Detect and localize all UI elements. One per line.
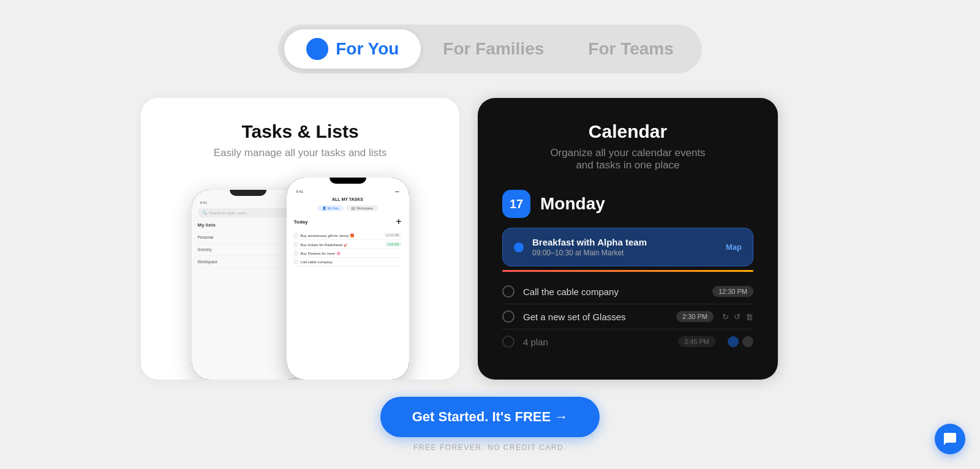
workspace-icon: 🏢 <box>351 206 355 210</box>
task-badge-2: 2:00 PM <box>385 242 402 247</box>
my-lists-title: My lists <box>198 222 216 228</box>
all-tasks-header: ALL MY TASKS <box>294 197 402 201</box>
tasks-card-title: Tasks & Lists <box>241 121 358 142</box>
task-checkbox-1[interactable] <box>294 233 298 238</box>
repeat-icon: ↻ <box>722 312 729 321</box>
tasks-lists-card: Tasks & Lists Easily manage all your tas… <box>141 98 459 380</box>
task-text-3: Buy Flowers for mom 🌸 <box>301 251 341 255</box>
list-item: Grocery <box>198 244 299 256</box>
phone-notch-right <box>330 178 366 184</box>
event-time-1: 09:00–10:30 at Main Market <box>532 249 717 257</box>
list-item-personal: Personal <box>198 235 214 239</box>
phone-icons-right: ▪▪▪ <box>395 190 399 193</box>
task-label-1: Call the cable company <box>523 287 704 297</box>
phone-right: 9:41 ▪▪▪ ALL MY TASKS 👤 My lists 🏢 Works… <box>287 178 409 380</box>
task-row-2: Buy tickets for Radiohead 🎸 2:00 PM <box>294 240 402 249</box>
task-row-3: Buy Flowers for mom 🌸 <box>294 249 402 258</box>
list-item-grocery: Grocery <box>198 247 212 252</box>
calendar-task-more: 4 plan 3:45 PM <box>502 329 753 354</box>
my-icon: 👤 <box>322 206 326 210</box>
calendar-card-title: Calendar <box>502 121 753 142</box>
calendar-card: Calendar Organize all your calendar even… <box>478 98 778 380</box>
list-item: Workspace <box>198 256 299 268</box>
task-text-4: Call cable company <box>301 260 333 264</box>
task-circle-more <box>502 336 514 348</box>
tab-for-teams[interactable]: For Teams <box>566 31 696 67</box>
tasks-card-subtitle: Easily manage all your tasks and lists <box>214 147 387 159</box>
calendar-event-1: Breakfast with Alpha team 09:00–10:30 at… <box>502 228 753 266</box>
task-label-2: Get a new set of Glasses <box>523 312 668 322</box>
calendar-task-1: Call the cable company 12:30 PM <box>502 279 753 304</box>
delete-icon: 🗑 <box>745 312 753 321</box>
cta-section: Get Started. It's FREE → FREE FOREVER. N… <box>380 397 600 452</box>
task-time-badge-2: 2:30 PM <box>676 311 714 322</box>
task-time-badge-more: 3:45 PM <box>678 336 715 347</box>
phone-right-inner: 9:41 ▪▪▪ ALL MY TASKS 👤 My lists 🏢 Works… <box>287 178 409 380</box>
task-circle-2 <box>502 310 514 323</box>
cta-sub-label: FREE FOREVER. NO CREDIT CARD. <box>413 443 567 452</box>
event-info: Breakfast with Alpha team 09:00–10:30 at… <box>532 237 717 257</box>
workspace-tab-label: Workspace <box>356 206 373 210</box>
avatar-blue <box>728 336 739 347</box>
task-checkbox-2[interactable] <box>294 242 298 247</box>
main-content: Tasks & Lists Easily manage all your tas… <box>141 98 839 380</box>
phones-container: 9:41 ▪▪▪ 🔍 Search for tasks, even... My … <box>165 178 435 380</box>
phone-status-left: 9:41 ▪▪▪ <box>198 201 299 204</box>
phone-time-right: 9:41 <box>296 190 304 193</box>
phone-status-right: 9:41 ▪▪▪ <box>294 190 402 193</box>
phone-notch-left <box>230 190 266 196</box>
event-dot-icon <box>514 242 524 252</box>
workspace-tab[interactable]: 🏢 Workspace <box>346 205 378 211</box>
calendar-task-2: Get a new set of Glasses 2:30 PM ↻ ↺ 🗑 <box>502 304 753 329</box>
my-lists-tab[interactable]: 👤 My lists <box>317 205 344 211</box>
today-header: Today + <box>294 216 402 227</box>
event-map-link[interactable]: Map <box>726 242 742 252</box>
chat-icon <box>943 432 957 446</box>
task-row-4: Call cable company <box>294 258 402 266</box>
task-checkbox-3[interactable] <box>294 251 298 255</box>
event-title-1: Breakfast with Alpha team <box>532 237 717 247</box>
tab-dot-icon <box>306 38 328 60</box>
all-tasks-tabs: 👤 My lists 🏢 Workspace <box>294 205 402 211</box>
tab-for-teams-label: For Teams <box>588 39 674 59</box>
get-started-button[interactable]: Get Started. It's FREE → <box>380 397 600 437</box>
day-number: 17 <box>502 190 530 218</box>
list-item: Personal <box>198 231 299 244</box>
task-label-more: 4 plan <box>523 337 669 347</box>
tab-for-you-label: For You <box>336 39 399 59</box>
phone-time-left: 9:41 <box>200 201 208 204</box>
task-checkbox-4[interactable] <box>294 260 298 264</box>
reschedule-icon: ↺ <box>734 312 741 321</box>
search-icon-left: 🔍 <box>203 211 207 215</box>
progress-bar <box>502 270 753 272</box>
tab-selector: For You For Families For Teams <box>278 24 702 73</box>
calendar-day: 17 Monday <box>502 190 753 218</box>
list-item-workspace: Workspace <box>198 260 217 264</box>
tab-for-you[interactable]: For You <box>284 29 421 69</box>
add-task-icon[interactable]: + <box>396 216 401 227</box>
day-name: Monday <box>540 194 605 214</box>
task-text-1: Buy anniversary gift for Jenny 🎁 <box>301 233 355 238</box>
task-row-1: Buy anniversary gift for Jenny 🎁 11:15 A… <box>294 231 402 240</box>
my-lists-header: My lists 🔒 <box>198 222 299 228</box>
task-time-badge-1: 12:30 PM <box>712 286 753 297</box>
task-action-icons: ↻ ↺ 🗑 <box>722 312 753 321</box>
my-lists-tab-label: My lists <box>328 206 339 210</box>
chat-bubble[interactable] <box>935 424 965 454</box>
task-badge-1: 11:15 AM <box>383 233 401 238</box>
avatar-grey <box>742 336 753 347</box>
today-label: Today <box>294 219 308 225</box>
search-text-left: Search for tasks, even... <box>209 211 249 215</box>
tab-for-families[interactable]: For Families <box>421 31 566 67</box>
task-circle-1 <box>502 285 514 298</box>
task-text-2: Buy tickets for Radiohead 🎸 <box>301 242 348 247</box>
tab-for-families-label: For Families <box>443 39 544 59</box>
calendar-card-subtitle: Organize all your calendar eventsand tas… <box>502 147 753 171</box>
phone-search-left: 🔍 Search for tasks, even... <box>198 208 299 217</box>
